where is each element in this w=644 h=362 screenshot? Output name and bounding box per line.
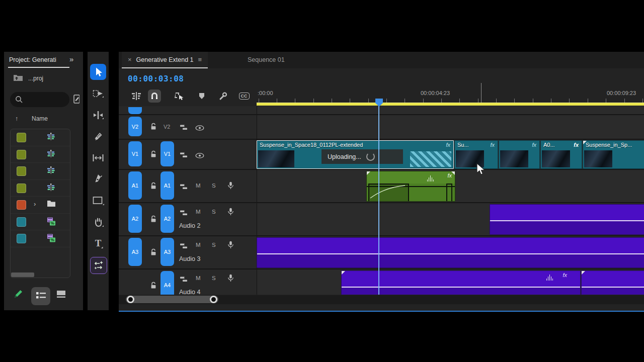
navigate-up-bin-icon[interactable] <box>13 74 23 83</box>
type-tool[interactable]: T <box>92 237 105 250</box>
snap-toggle[interactable] <box>148 89 161 103</box>
target-track-a2[interactable]: A2 <box>160 205 174 233</box>
selection-tool[interactable] <box>90 64 106 80</box>
hand-tool[interactable] <box>92 215 105 228</box>
tab-generative-extend-1[interactable]: × Generative Extend 1 ≡ <box>122 52 208 68</box>
item-label-color-swatch[interactable] <box>17 200 26 210</box>
project-item-row[interactable] <box>11 146 70 163</box>
voiceover-record-mic-icon[interactable] <box>225 274 235 282</box>
clip-audio-a4[interactable] <box>581 270 644 295</box>
audio-gain-rubber-band[interactable] <box>490 220 644 221</box>
sync-lock-icon[interactable] <box>179 209 189 217</box>
voiceover-record-mic-icon[interactable] <box>225 208 235 216</box>
project-list-hscroll-thumb[interactable] <box>11 273 34 277</box>
solo-track-button[interactable]: S <box>212 242 216 248</box>
track-select-forward-tool[interactable] <box>92 87 105 100</box>
source-patch-v3[interactable] <box>128 107 142 114</box>
add-marker-button[interactable] <box>195 89 208 103</box>
captions-track-options[interactable]: CC <box>237 89 251 103</box>
mute-track-button[interactable]: M <box>196 242 201 248</box>
source-patch-a3[interactable]: A3 <box>128 238 142 266</box>
item-label-color-swatch[interactable] <box>17 133 26 142</box>
icon-view-button[interactable] <box>56 290 66 300</box>
lock-track-icon[interactable] <box>148 281 158 289</box>
scrollbar-thumb[interactable] <box>126 296 218 303</box>
toggle-track-output-eye-icon[interactable] <box>195 151 205 159</box>
list-view-button[interactable] <box>31 287 50 305</box>
new-item-icon[interactable] <box>73 94 79 104</box>
scrollbar-zoom-handle-left[interactable] <box>127 296 134 303</box>
target-track-a4[interactable]: A4 <box>160 271 174 295</box>
tab-sequence-01[interactable]: Sequence 01 <box>240 52 292 67</box>
project-item-row[interactable] <box>11 163 70 180</box>
clip-video[interactable]: Suspense_in_Sp... <box>583 140 644 169</box>
lock-track-icon[interactable] <box>148 215 158 223</box>
sort-direction-arrow[interactable]: ↑ <box>15 115 18 122</box>
sync-lock-icon[interactable] <box>179 275 189 283</box>
playhead-timecode[interactable]: 00:00:03:08 <box>128 74 184 83</box>
lock-track-icon[interactable] <box>148 182 158 190</box>
linked-selection-toggle[interactable] <box>173 89 186 103</box>
target-track-a3[interactable]: A3 <box>160 238 174 266</box>
solo-track-button[interactable]: S <box>212 209 216 215</box>
solo-track-button[interactable]: S <box>212 183 216 189</box>
generative-extend-tool[interactable] <box>90 257 107 274</box>
source-patch-a1[interactable]: A1 <box>128 171 142 200</box>
source-patch-a2[interactable]: A2 <box>128 205 142 233</box>
search-input[interactable] <box>10 92 69 107</box>
item-label-color-swatch[interactable] <box>17 234 26 243</box>
project-item-row[interactable] <box>11 129 70 146</box>
ripple-edit-tool[interactable] <box>92 109 105 122</box>
lock-track-icon[interactable] <box>148 150 158 158</box>
lock-track-icon[interactable] <box>148 123 158 131</box>
solo-track-button[interactable]: S <box>212 275 216 281</box>
keyframe-handle-box[interactable] <box>446 184 452 202</box>
work-area-bar[interactable] <box>257 103 644 106</box>
clip-audio-a2[interactable] <box>490 204 644 235</box>
item-label-color-swatch[interactable] <box>17 166 26 176</box>
razor-tool[interactable] <box>92 130 105 143</box>
voiceover-record-mic-icon[interactable] <box>225 241 235 249</box>
name-column-header[interactable]: Name <box>32 115 48 122</box>
pen-tool[interactable] <box>92 172 105 186</box>
clip-audio-a3[interactable] <box>257 237 644 268</box>
lock-track-icon[interactable] <box>148 248 158 256</box>
panel-overflow-chevron-icon[interactable]: » <box>69 55 72 63</box>
sync-lock-icon[interactable] <box>179 124 189 132</box>
clip-audio-green[interactable]: fx <box>366 171 455 202</box>
clip-audio-a4[interactable]: fx <box>341 270 581 295</box>
mute-track-button[interactable]: M <box>196 275 201 281</box>
clip-video[interactable]: fx <box>499 140 540 169</box>
project-item-row[interactable]: › <box>11 197 70 214</box>
target-track-v2[interactable]: V2 <box>164 124 170 130</box>
clip-video[interactable]: A0...fx <box>540 140 582 169</box>
sync-lock-icon[interactable] <box>179 242 189 250</box>
item-label-color-swatch[interactable] <box>17 150 26 159</box>
expand-chevron-icon[interactable]: › <box>34 200 36 208</box>
mute-track-button[interactable]: M <box>196 209 201 215</box>
fade-selection-box[interactable] <box>368 184 409 202</box>
playhead-line[interactable] <box>378 103 379 295</box>
insert-as-nest-toggle[interactable] <box>130 89 143 103</box>
mute-track-button[interactable]: M <box>196 183 201 189</box>
panel-menu-icon[interactable]: ≡ <box>198 56 202 63</box>
target-track-a1[interactable]: A1 <box>160 171 174 200</box>
slip-tool[interactable] <box>92 151 105 164</box>
tab-close-icon[interactable]: × <box>128 56 132 63</box>
audio-gain-rubber-band[interactable] <box>342 287 580 288</box>
item-label-color-swatch[interactable] <box>17 184 26 193</box>
project-item-row[interactable] <box>11 230 70 247</box>
target-track-v1[interactable]: V1 <box>160 141 174 166</box>
item-label-color-swatch[interactable] <box>17 217 26 227</box>
project-item-row[interactable] <box>11 214 70 231</box>
audio-gain-rubber-band[interactable] <box>257 253 644 254</box>
source-patch-v1[interactable]: V1 <box>128 141 142 166</box>
source-patch-v2[interactable]: V2 <box>128 117 142 136</box>
toggle-track-output-eye-icon[interactable] <box>195 124 205 132</box>
scrollbar-zoom-handle-right[interactable] <box>210 296 217 303</box>
project-item-row[interactable] <box>11 180 70 197</box>
timeline-horizontal-scrollbar[interactable] <box>119 295 644 304</box>
sync-lock-icon[interactable] <box>179 151 189 159</box>
voiceover-record-mic-icon[interactable] <box>225 182 235 190</box>
sync-lock-icon[interactable] <box>179 183 189 191</box>
